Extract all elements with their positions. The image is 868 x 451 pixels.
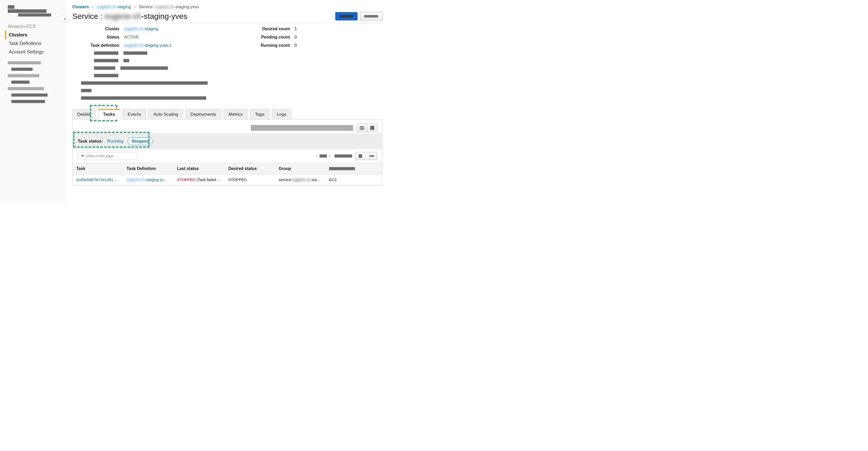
task-definition-link[interactable]: eugene-ch-staging-yv… xyxy=(127,178,168,182)
redacted-text: eugene-ch xyxy=(124,27,144,31)
filter-row: Filter in this page ‹ › xyxy=(72,149,382,163)
cell-desired-status: STOPPED xyxy=(225,174,275,185)
th-last-status[interactable]: Last status xyxy=(173,163,225,174)
label-pending-count: Pending count xyxy=(217,35,294,39)
filter-placeholder: Filter in this page xyxy=(86,154,114,158)
sidebar-item-clusters[interactable]: Clusters xyxy=(5,31,64,39)
tabs-container: Details Tasks Events Auto Scaling Deploy… xyxy=(72,109,382,186)
sidebar-header-row xyxy=(8,5,59,13)
placeholder-bar xyxy=(8,5,14,9)
cluster-link[interactable]: eugene-ch-staging xyxy=(124,27,158,31)
placeholder-bar xyxy=(8,87,44,90)
tab-details[interactable]: Details xyxy=(72,109,96,120)
title-buttons xyxy=(335,12,382,21)
task-link[interactable]: 0cd3e0467fe74cc281… xyxy=(76,178,117,182)
sidebar: Amazon ECS Clusters Task Definitions Acc… xyxy=(0,0,65,203)
table-header-row: Task Task Definition Last status Desired… xyxy=(72,163,382,174)
task-status-running[interactable]: Running xyxy=(107,139,123,144)
placeholder-bar xyxy=(8,9,46,13)
sidebar-service-title: Amazon ECS xyxy=(0,20,64,31)
primary-action-button[interactable] xyxy=(335,12,358,21)
status-badge: STOPPED xyxy=(177,178,195,182)
view-toggle-list[interactable] xyxy=(357,124,367,132)
tab-tags[interactable]: Tags xyxy=(250,109,269,120)
sidebar-collapse-toggle[interactable]: ◂ xyxy=(61,15,68,22)
pager-box-left[interactable] xyxy=(355,152,366,160)
redacted-text: eugene-ch xyxy=(104,12,141,21)
tab-tasks[interactable]: Tasks xyxy=(98,109,120,120)
list-icon xyxy=(360,126,364,130)
th-task[interactable]: Task xyxy=(72,163,123,174)
tasks-table: Task Task Definition Last status Desired… xyxy=(72,163,382,185)
sidebar-item-account-settings[interactable]: Account Settings xyxy=(5,48,64,56)
pager-box-right[interactable] xyxy=(367,152,377,160)
task-status-bar: Task status: Running Stopped xyxy=(72,133,382,149)
tab-deployments[interactable]: Deployments xyxy=(185,109,221,120)
sidebar-item-task-definitions[interactable]: Task Definitions xyxy=(5,39,64,48)
page-title: Service : eugene-ch-staging-yves xyxy=(72,12,187,21)
service-detail-grid: Cluster eugene-ch-staging Desired count … xyxy=(72,27,382,48)
pager-prev[interactable]: ‹ xyxy=(315,154,318,159)
breadcrumb-root[interactable]: Clusters xyxy=(72,5,89,9)
placeholder-bar xyxy=(329,167,355,170)
placeholder-bar xyxy=(8,74,39,77)
value-running-count: 0 xyxy=(294,43,305,48)
tab-events[interactable]: Events xyxy=(123,109,146,120)
secondary-action-button[interactable] xyxy=(360,12,382,21)
th-launch-type[interactable] xyxy=(326,163,382,174)
placeholder-bar xyxy=(94,66,115,70)
sidebar-placeholder-group xyxy=(0,56,64,103)
placeholder-bar xyxy=(94,52,118,55)
pager: ‹ › xyxy=(315,152,377,160)
breadcrumb: Clusters › eugene-ch-staging › Service: … xyxy=(72,5,382,9)
cell-launch-type: EC2 xyxy=(326,174,382,185)
placeholder-bar xyxy=(8,61,41,64)
redacted-text: eugene-ch xyxy=(292,178,310,182)
value-task-definition: eugene-ch-staging-yves:1 xyxy=(124,43,217,48)
redacted-text: eugene-ch xyxy=(124,43,144,47)
filter-input[interactable]: Filter in this page xyxy=(78,152,137,160)
tab-metrics[interactable]: Metrics xyxy=(224,109,248,120)
placeholder-bar xyxy=(94,74,118,77)
placeholder-bar xyxy=(319,155,327,158)
label-cluster: Cluster xyxy=(78,27,124,31)
panel-toolbar xyxy=(72,120,382,133)
placeholder-bar xyxy=(369,155,374,157)
value-pending-count: 0 xyxy=(294,35,305,39)
breadcrumb-cluster[interactable]: eugene-ch-staging xyxy=(97,5,131,9)
placeholder-bar xyxy=(94,59,118,62)
task-status-stopped-pill[interactable]: Stopped xyxy=(128,137,153,145)
tab-list: Details Tasks Events Auto Scaling Deploy… xyxy=(72,109,382,120)
extra-placeholder-block xyxy=(72,48,382,107)
placeholder-bar xyxy=(11,80,29,84)
label-desired-count: Desired count xyxy=(217,27,294,31)
tab-logs[interactable]: Logs xyxy=(272,109,291,120)
chevron-right-icon: › xyxy=(92,5,93,9)
pager-next[interactable]: › xyxy=(328,154,332,159)
view-toggle-card[interactable] xyxy=(367,124,377,132)
label-task-definition: Task definition xyxy=(78,43,124,48)
redacted-text: eugene-ch xyxy=(97,5,116,9)
redacted-text: eugene-ch xyxy=(155,5,175,9)
th-group[interactable]: Group xyxy=(275,163,326,174)
placeholder-bar xyxy=(123,59,129,62)
sidebar-nav: Clusters Task Definitions Account Settin… xyxy=(0,31,64,56)
value-status: ACTIVE xyxy=(124,35,217,39)
cell-task-definition: eugene-ch-staging-yv… xyxy=(123,174,173,185)
task-status-label: Task status: xyxy=(78,139,103,144)
placeholder-bar xyxy=(123,52,147,55)
placeholder-bar xyxy=(11,68,33,71)
placeholder-bar xyxy=(11,100,45,103)
placeholder-bar xyxy=(364,15,378,18)
square-icon xyxy=(370,126,374,130)
placeholder-bar xyxy=(335,155,352,158)
tab-auto-scaling[interactable]: Auto Scaling xyxy=(149,109,183,120)
placeholder-bar xyxy=(81,89,91,92)
main-content: Clusters › eugene-ch-staging › Service: … xyxy=(67,0,388,203)
th-task-definition[interactable]: Task Definition xyxy=(123,163,173,174)
task-definition-link[interactable]: eugene-ch-staging-yves:1 xyxy=(124,43,172,47)
chevron-right-icon: › xyxy=(134,5,135,9)
th-desired-status[interactable]: Desired status xyxy=(225,163,275,174)
placeholder-bar xyxy=(359,154,362,158)
value-cluster: eugene-ch-staging xyxy=(124,27,217,31)
